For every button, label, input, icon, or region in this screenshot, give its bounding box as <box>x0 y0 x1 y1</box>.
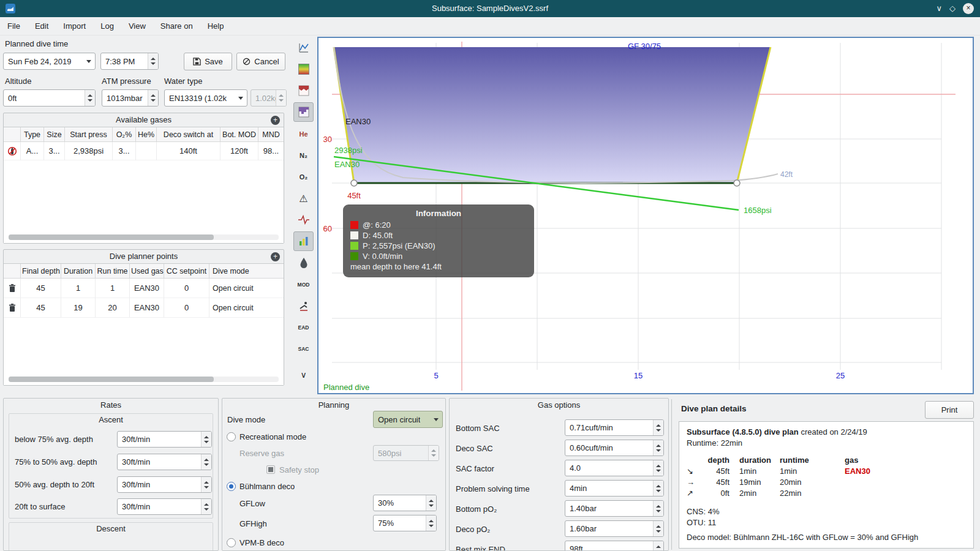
gases-horizontal-scrollbar[interactable] <box>9 234 279 240</box>
gas-he-cell[interactable] <box>136 142 157 160</box>
titlebar[interactable]: Subsurface: SampleDivesV2.ssrf ∨ ◇ × <box>0 0 980 17</box>
menu-edit[interactable]: Edit <box>28 17 56 36</box>
vpmb-deco-radio[interactable] <box>227 538 236 547</box>
deco-po2-spinner[interactable]: 1.60bar <box>565 520 664 537</box>
dive-date-combo[interactable]: Sun Feb 24, 2019 <box>3 53 96 70</box>
warning-events-icon[interactable]: ⚠ <box>293 189 314 208</box>
gases-header-o2[interactable]: O₂% <box>113 127 136 142</box>
diver-ndl-icon[interactable] <box>293 296 314 316</box>
point-depth-cell[interactable]: 45 <box>21 279 61 298</box>
water-type-combo[interactable]: EN13319 (1.02k <box>164 89 247 107</box>
spinner-arrows[interactable] <box>653 541 663 551</box>
points-header-setpoint[interactable]: CC setpoint <box>164 264 209 279</box>
information-tooltip[interactable]: Information @: 6:20 D: 45.0ft P: 2,557ps… <box>343 204 534 277</box>
bottom-sac-spinner[interactable]: 0.71cuft/min <box>565 419 664 436</box>
point-mode-cell[interactable]: Open circuit <box>209 298 284 318</box>
atm-pressure-spinner[interactable]: 1013mbar <box>102 89 159 107</box>
gfhigh-spinner[interactable]: 75% <box>373 515 437 531</box>
heartrate-icon[interactable] <box>293 210 314 230</box>
spinner-arrows[interactable] <box>85 90 95 106</box>
he-graph-icon[interactable]: He <box>293 124 314 144</box>
point-gas-cell[interactable]: EAN30 <box>130 298 164 318</box>
gases-header-bot-mod[interactable]: Bot. MOD <box>221 127 258 142</box>
point-row-2[interactable]: 45 19 20 EAN30 0 Open circuit <box>4 298 284 318</box>
spinner-arrows[interactable] <box>148 90 158 106</box>
tank-pressure-icon[interactable] <box>293 231 314 251</box>
gas-mnd-cell[interactable]: 98... <box>258 142 284 160</box>
point-setpoint-cell[interactable]: 0 <box>164 298 209 318</box>
dive-profile-chart[interactable]: GF 30/75 30 60 5 15 25 EAN30 2938psi EAN… <box>317 37 974 394</box>
spinner-arrows[interactable] <box>201 499 211 514</box>
gflow-spinner[interactable]: 30% <box>373 495 437 511</box>
cancel-button[interactable]: Cancel <box>236 53 285 70</box>
point-duration-cell[interactable]: 19 <box>61 298 96 318</box>
rate-spinner-4[interactable]: 30ft/min <box>117 498 212 515</box>
spinner-arrows[interactable] <box>201 432 211 447</box>
add-gas-button[interactable]: + <box>271 116 280 125</box>
calculated-ceiling-icon[interactable] <box>293 102 314 122</box>
points-horizontal-scrollbar[interactable] <box>9 377 279 382</box>
problem-solving-time-spinner[interactable]: 4min <box>565 480 664 497</box>
delete-point-icon[interactable] <box>4 298 21 318</box>
ceiling-icon[interactable] <box>293 81 314 100</box>
spinner-arrows[interactable] <box>653 420 663 435</box>
altitude-spinner[interactable]: 0ft <box>3 89 96 107</box>
gases-header-deco-switch[interactable]: Deco switch at <box>157 127 221 142</box>
add-point-button[interactable]: + <box>271 252 280 261</box>
spinner-arrows[interactable] <box>201 454 211 470</box>
points-header-duration[interactable]: Duration <box>61 264 96 279</box>
print-button[interactable]: Print <box>925 401 974 419</box>
profile-graph-icon[interactable] <box>293 38 314 58</box>
scrollbar-thumb[interactable] <box>9 234 214 240</box>
gases-header-mnd[interactable]: MND <box>258 127 284 142</box>
rate-spinner-1[interactable]: 30ft/min <box>117 431 212 448</box>
gas-size-cell[interactable]: 3... <box>44 142 65 160</box>
spinner-arrows[interactable] <box>653 440 663 455</box>
point-depth-cell[interactable]: 45 <box>21 298 61 318</box>
points-header-depth[interactable]: Final depth <box>21 264 61 279</box>
bottom-po2-spinner[interactable]: 1.40bar <box>565 500 664 517</box>
point-mode-cell[interactable]: Open circuit <box>209 279 284 298</box>
point-runtime-cell[interactable]: 1 <box>96 279 130 298</box>
point-duration-cell[interactable]: 1 <box>61 279 96 298</box>
gases-row[interactable]: A... 3... 2,938psi 3... 140ft 120ft 98..… <box>4 142 284 160</box>
menu-import[interactable]: Import <box>56 17 93 36</box>
dive-time-spinner[interactable]: 7:38 PM <box>100 53 159 70</box>
gas-start-press-cell[interactable]: 2,938psi <box>65 142 113 160</box>
menu-view[interactable]: View <box>121 17 153 36</box>
sac-icon[interactable]: SAC <box>293 339 314 359</box>
toolbar-expand-icon[interactable]: ∨ <box>293 365 314 384</box>
spinner-arrows[interactable] <box>653 481 663 496</box>
mod-icon[interactable]: MOD <box>293 275 314 294</box>
point-gas-cell[interactable]: EAN30 <box>130 279 164 298</box>
gas-deco-switch-cell[interactable]: 140ft <box>157 142 221 160</box>
gas-o2-cell[interactable]: 3... <box>113 142 136 160</box>
sac-factor-spinner[interactable]: 4.0 <box>565 460 664 476</box>
waypoint-handle-1[interactable] <box>351 180 357 186</box>
points-header-gas[interactable]: Used gas <box>130 264 164 279</box>
spinner-arrows[interactable] <box>201 477 211 492</box>
gases-header-start-press[interactable]: Start press <box>65 127 113 142</box>
gases-header-type[interactable]: Type <box>21 127 44 142</box>
point-runtime-cell[interactable]: 20 <box>96 298 130 318</box>
menu-share-on[interactable]: Share on <box>153 17 200 36</box>
ead-icon[interactable]: EAD <box>293 318 314 337</box>
gas-gradient-icon[interactable] <box>293 59 314 79</box>
spinner-arrows[interactable] <box>426 515 436 531</box>
waypoint-handle-2[interactable] <box>734 180 740 186</box>
menu-log[interactable]: Log <box>93 17 121 36</box>
menu-help[interactable]: Help <box>200 17 232 36</box>
rate-spinner-3[interactable]: 30ft/min <box>117 476 212 493</box>
gas-type-cell[interactable]: A... <box>21 142 44 160</box>
o2-graph-icon[interactable]: O₂ <box>293 167 314 187</box>
spinner-arrows[interactable] <box>148 53 158 69</box>
close-icon[interactable]: × <box>963 3 974 14</box>
point-setpoint-cell[interactable]: 0 <box>164 279 209 298</box>
delete-point-icon[interactable] <box>4 279 21 298</box>
save-button[interactable]: Save <box>184 53 232 70</box>
points-header-mode[interactable]: Dive mode <box>209 264 284 279</box>
dive-mode-combo[interactable]: Open circuit <box>373 411 443 428</box>
spinner-arrows[interactable] <box>653 521 663 536</box>
remove-cylinder-icon[interactable] <box>4 142 21 160</box>
gases-header-size[interactable]: Size <box>44 127 65 142</box>
